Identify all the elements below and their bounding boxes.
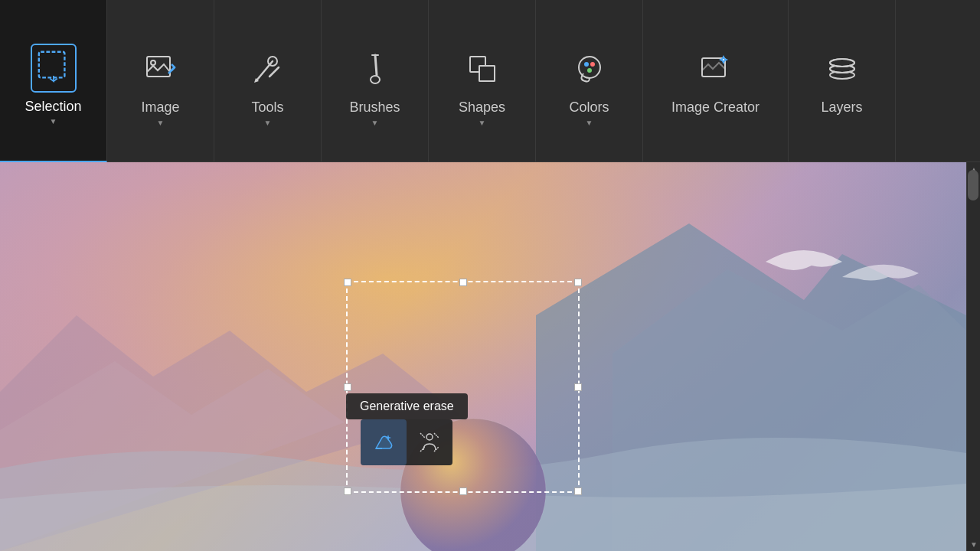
brushes-label: Brushes — [349, 99, 400, 116]
context-popup-label: Generative erase — [346, 393, 468, 419]
svg-point-15 — [723, 59, 724, 60]
toolbar-item-selection[interactable]: ▼ Selection — [0, 0, 107, 162]
toolbar-item-tools[interactable]: ▼ Tools — [214, 0, 322, 162]
handle-mr[interactable] — [574, 383, 582, 391]
handle-tm[interactable] — [459, 279, 467, 286]
handle-bm[interactable] — [459, 487, 467, 495]
svg-rect-0 — [38, 51, 64, 77]
svg-point-6 — [371, 76, 380, 83]
shapes-label: Shapes — [459, 99, 505, 116]
svg-line-26 — [434, 433, 439, 438]
image-label: Image — [141, 99, 179, 116]
layers-icon — [821, 47, 864, 90]
context-popup: Generative erase — [346, 393, 468, 465]
brushes-icon — [354, 47, 397, 90]
scroll-down-button[interactable]: ▼ — [967, 537, 980, 551]
context-popup-buttons — [361, 419, 452, 465]
toolbar-item-layers[interactable]: Layers — [789, 0, 896, 162]
tools-icon — [247, 47, 289, 90]
svg-point-2 — [151, 60, 155, 65]
svg-line-27 — [420, 447, 425, 452]
colors-icon — [568, 47, 611, 90]
handle-ml[interactable] — [344, 383, 351, 391]
image-creator-icon — [694, 47, 737, 90]
svg-point-24 — [426, 434, 433, 440]
toolbar-item-brushes[interactable]: ▼ Brushes — [322, 0, 429, 162]
canvas-area[interactable]: Generative erase — [0, 162, 966, 551]
toolbar: ▼ Selection ▼ Image ▼ Tools — [0, 0, 980, 162]
colors-label: Colors — [569, 99, 609, 116]
svg-line-25 — [420, 433, 425, 438]
handle-bl[interactable] — [344, 487, 351, 495]
svg-point-13 — [587, 68, 592, 73]
toolbar-item-image-creator[interactable]: Image Creator — [643, 0, 789, 162]
generative-erase-button[interactable] — [361, 419, 407, 465]
handle-br[interactable] — [574, 487, 582, 495]
svg-point-11 — [584, 62, 589, 67]
scrollbar-thumb[interactable] — [968, 170, 978, 201]
toolbar-item-shapes[interactable]: ▼ Shapes — [429, 0, 536, 162]
tools-label: Tools — [251, 99, 283, 116]
handle-tr[interactable] — [574, 279, 582, 286]
layers-label: Layers — [821, 99, 862, 116]
svg-point-12 — [590, 62, 595, 67]
handle-tl[interactable] — [344, 279, 351, 286]
toolbar-item-colors[interactable]: ▼ Colors — [536, 0, 643, 162]
image-creator-label: Image Creator — [671, 99, 760, 116]
svg-line-5 — [270, 67, 279, 77]
selection-icon — [32, 47, 75, 90]
svg-rect-8 — [479, 66, 495, 81]
scrollbar-track: ▲ ▼ — [966, 162, 980, 551]
shapes-icon — [461, 47, 504, 90]
image-icon — [139, 47, 182, 90]
toolbar-item-image[interactable]: ▼ Image — [107, 0, 214, 162]
remove-background-button[interactable] — [407, 419, 452, 465]
selection-label: Selection — [24, 99, 81, 115]
